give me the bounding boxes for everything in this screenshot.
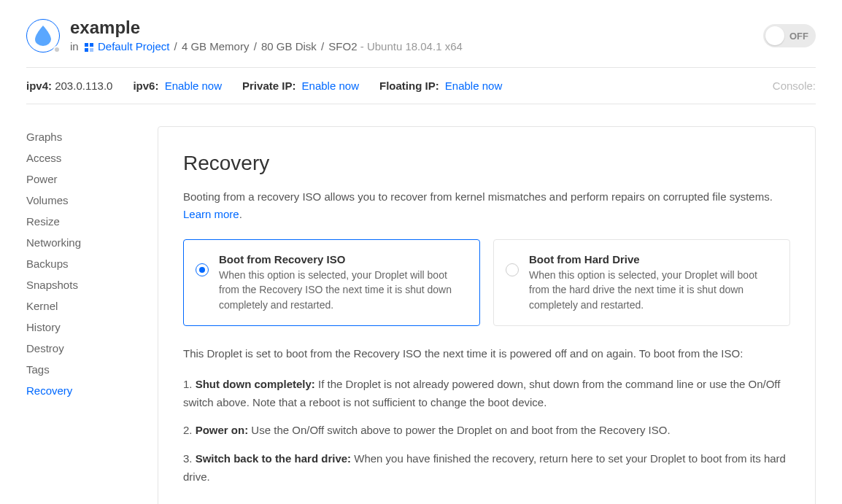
option-title: Boot from Hard Drive <box>529 253 775 265</box>
step-1: 1. Shut down completely: If the Droplet … <box>183 376 790 412</box>
droplet-icon <box>35 26 51 46</box>
sidebar-item-networking[interactable]: Networking <box>26 232 136 253</box>
sidebar-item-backups[interactable]: Backups <box>26 253 136 274</box>
sidebar-item-destroy[interactable]: Destroy <box>26 338 136 359</box>
console-link[interactable]: Console: <box>773 80 816 92</box>
sidebar: GraphsAccessPowerVolumesResizeNetworking… <box>26 126 136 504</box>
radio-icon <box>196 263 209 276</box>
svg-rect-0 <box>85 43 88 47</box>
project-icon <box>85 42 93 54</box>
radio-icon <box>506 263 519 276</box>
ipv6-info: ipv6: Enable now <box>133 80 222 92</box>
step-2: 2. Power on: Use the On/Off switch above… <box>183 422 790 440</box>
content-card: Recovery Booting from a recovery ISO all… <box>158 126 816 504</box>
option-description: When this option is selected, your Dropl… <box>529 268 775 312</box>
status-indicator <box>53 46 61 53</box>
ipv4-info: ipv4: 203.0.113.0 <box>26 80 112 92</box>
ipv6-enable-link[interactable]: Enable now <box>165 80 222 92</box>
content-title: Recovery <box>183 152 790 175</box>
step-3: 3. Switch back to the hard drive: When y… <box>183 450 790 486</box>
private-ip-enable-link[interactable]: Enable now <box>302 80 359 92</box>
sidebar-item-kernel[interactable]: Kernel <box>26 295 136 317</box>
option-description: When this option is selected, your Dropl… <box>219 268 465 312</box>
boot-status-text: This Droplet is set to boot from the Rec… <box>183 345 790 363</box>
sidebar-item-tags[interactable]: Tags <box>26 359 136 380</box>
droplet-subtitle: in Default Project / 4 GB Memory / 80 GB… <box>70 40 463 54</box>
sidebar-item-recovery[interactable]: Recovery <box>26 380 136 401</box>
sidebar-item-access[interactable]: Access <box>26 147 136 168</box>
learn-more-link[interactable]: Learn more <box>183 208 239 220</box>
sidebar-item-resize[interactable]: Resize <box>26 211 136 232</box>
boot-option-1[interactable]: Boot from Hard DriveWhen this option is … <box>493 239 790 326</box>
private-ip-info: Private IP: Enable now <box>242 80 359 92</box>
boot-options: Boot from Recovery ISOWhen this option i… <box>183 239 790 326</box>
sidebar-item-volumes[interactable]: Volumes <box>26 190 136 211</box>
project-link[interactable]: Default Project <box>98 40 169 53</box>
sidebar-item-graphs[interactable]: Graphs <box>26 126 136 147</box>
boot-option-0[interactable]: Boot from Recovery ISOWhen this option i… <box>183 239 480 326</box>
page-header: example in Default Project / 4 GB Memory… <box>26 18 816 54</box>
floating-ip-info: Floating IP: Enable now <box>379 80 502 92</box>
option-title: Boot from Recovery ISO <box>219 253 465 265</box>
svg-rect-2 <box>85 48 88 52</box>
sidebar-item-history[interactable]: History <box>26 317 136 338</box>
droplet-title: example <box>70 18 463 38</box>
power-toggle[interactable]: OFF <box>763 24 816 47</box>
info-bar: ipv4: 203.0.113.0 ipv6: Enable now Priva… <box>26 68 816 104</box>
sidebar-item-power[interactable]: Power <box>26 168 136 190</box>
toggle-knob <box>765 26 784 45</box>
droplet-avatar <box>26 19 60 53</box>
svg-rect-1 <box>90 43 93 47</box>
content-description: Booting from a recovery ISO allows you t… <box>183 188 790 223</box>
sidebar-item-snapshots[interactable]: Snapshots <box>26 274 136 295</box>
floating-ip-enable-link[interactable]: Enable now <box>445 80 502 92</box>
svg-rect-3 <box>90 48 93 52</box>
